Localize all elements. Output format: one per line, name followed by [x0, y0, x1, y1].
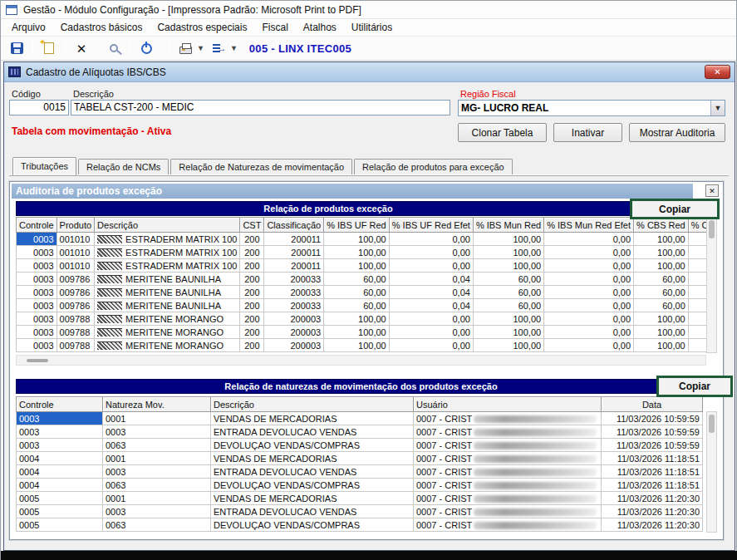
cell-natureza[interactable]: 0001: [103, 452, 211, 465]
column-header-controle[interactable]: Controle: [17, 397, 103, 412]
cell-usuario[interactable]: 0007 - CRIST: [414, 479, 602, 492]
cell-controle[interactable]: 0003: [17, 326, 57, 339]
cell-descricao[interactable]: ESTRADERM MATRIX 100: [95, 246, 240, 259]
cell-ibs_mun_red_efet[interactable]: 0,00: [544, 246, 634, 259]
cell-classificacao[interactable]: 200011: [264, 246, 324, 259]
cell-ibs_uf_red[interactable]: 60,00: [324, 286, 390, 299]
cell-cst[interactable]: 200: [240, 312, 264, 326]
column-header-usuario[interactable]: Usuário: [414, 397, 602, 412]
cell-produto[interactable]: 009786: [57, 286, 95, 299]
export-button[interactable]: [208, 38, 229, 58]
column-header-natureza[interactable]: Natureza Mov.: [103, 397, 211, 412]
cell-natureza[interactable]: 0003: [103, 425, 211, 439]
cell-classificacao[interactable]: 200033: [264, 273, 324, 286]
cell-cst[interactable]: 200: [240, 299, 264, 312]
cell-ibs_mun_red[interactable]: 100,00: [473, 233, 543, 246]
cell-controle[interactable]: 0003: [17, 246, 57, 259]
cell-data[interactable]: 11/03/2026 11:18:51: [602, 452, 703, 465]
cell-natureza[interactable]: 0003: [103, 505, 211, 518]
cell-controle[interactable]: 0004: [17, 465, 103, 479]
cell-descricao[interactable]: ESTRADERM MATRIX 100: [95, 233, 240, 246]
cell-descricao[interactable]: MERITENE BAUNILHA: [95, 286, 240, 299]
cell-classificacao[interactable]: 200003: [264, 312, 324, 326]
inativar-button[interactable]: Inativar: [553, 123, 622, 142]
cell-cbs_red[interactable]: 100,00: [634, 312, 689, 326]
descricao-field[interactable]: TABELA CST-200 - MEDIC: [71, 100, 450, 115]
cell-cst[interactable]: 200: [240, 326, 264, 339]
cell-ibs_mun_red_efet[interactable]: 0,00: [544, 286, 634, 299]
naturezas-copy-button[interactable]: Copiar: [656, 376, 733, 397]
cell-controle[interactable]: 0003: [17, 339, 57, 352]
cell-controle[interactable]: 0003: [17, 425, 103, 439]
column-header-cst[interactable]: CST: [240, 218, 264, 233]
save-button[interactable]: [6, 38, 27, 58]
search-button[interactable]: [103, 38, 125, 58]
products-copy-button[interactable]: Copiar: [630, 199, 720, 219]
column-header-cl[interactable]: % Cl: [688, 218, 706, 233]
cell-cst[interactable]: 200: [240, 246, 264, 259]
cell-ibs_mun_red[interactable]: 60,00: [473, 299, 543, 312]
cell-descricao[interactable]: VENDAS DE MERCADORIAS: [211, 452, 414, 465]
codigo-field[interactable]: 0015: [9, 100, 69, 115]
cell-cl[interactable]: [688, 312, 706, 326]
cell-cl[interactable]: [688, 273, 706, 286]
export-dropdown-caret[interactable]: ▼: [230, 44, 238, 52]
cell-usuario[interactable]: 0007 - CRIST: [414, 518, 602, 532]
cell-descricao[interactable]: MERITENE MORANGO: [95, 312, 240, 326]
cell-ibs_mun_red_efet[interactable]: 0,00: [544, 312, 634, 326]
column-header-classificacao[interactable]: Classificação: [264, 218, 324, 233]
cell-data[interactable]: 11/03/2026 10:59:59: [602, 439, 703, 452]
cell-controle[interactable]: 0003: [17, 312, 57, 326]
cell-descricao[interactable]: MERITENE MORANGO: [95, 326, 240, 339]
cell-usuario[interactable]: 0007 - CRIST: [414, 452, 602, 465]
cell-descricao[interactable]: DEVOLUÇAO VENDAS/COMPRAS: [211, 479, 414, 492]
cell-ibs_uf_red_efet[interactable]: 0,00: [389, 312, 473, 326]
delete-button[interactable]: ✕: [71, 38, 92, 58]
cell-data[interactable]: 11/03/2026 11:20:30: [602, 492, 703, 505]
cell-controle[interactable]: 0003: [17, 412, 103, 425]
menu-cadastros-especiais[interactable]: Cadastros especiais: [150, 20, 254, 35]
clonar-tabela-button[interactable]: Clonar Tabela: [458, 123, 547, 142]
naturezas-scrollbar-thumb[interactable]: [709, 415, 715, 433]
cell-data[interactable]: 11/03/2026 11:18:51: [602, 465, 703, 479]
cell-natureza[interactable]: 0001: [103, 412, 211, 425]
cell-ibs_uf_red[interactable]: 100,00: [324, 246, 390, 259]
cell-ibs_uf_red_efet[interactable]: 0,04: [389, 286, 473, 299]
cell-controle[interactable]: 0003: [17, 299, 57, 312]
cell-cl[interactable]: [688, 259, 706, 273]
cell-cst[interactable]: 200: [240, 273, 264, 286]
cell-ibs_mun_red[interactable]: 100,00: [473, 326, 543, 339]
cell-descricao[interactable]: ENTRADA DEVOLUCAO VENDAS: [211, 425, 414, 439]
cell-cst[interactable]: 200: [240, 259, 264, 273]
cell-data[interactable]: 11/03/2026 11:20:30: [602, 505, 703, 518]
cell-ibs_uf_red_efet[interactable]: 0,00: [389, 339, 473, 352]
cell-ibs_mun_red_efet[interactable]: 0,00: [544, 299, 634, 312]
cell-natureza[interactable]: 0063: [103, 479, 211, 492]
products-vertical-scrollbar[interactable]: [706, 217, 717, 353]
cell-classificacao[interactable]: 200003: [264, 339, 324, 352]
print-dropdown-caret[interactable]: ▼: [197, 44, 204, 52]
mostrar-auditoria-button[interactable]: Mostrar Auditoria: [629, 123, 725, 142]
cell-cbs_red[interactable]: 60,00: [634, 286, 689, 299]
cell-ibs_uf_red_efet[interactable]: 0,00: [389, 259, 473, 273]
cell-ibs_mun_red[interactable]: 100,00: [473, 312, 543, 326]
cell-ibs_uf_red_efet[interactable]: 0,00: [389, 326, 473, 339]
cell-cbs_red[interactable]: 60,00: [634, 299, 689, 312]
products-horizontal-scrollbar[interactable]: [16, 355, 706, 366]
column-header-ibs_uf_red[interactable]: % IBS UF Red: [324, 218, 390, 233]
cell-natureza[interactable]: 0063: [103, 518, 211, 532]
cell-usuario[interactable]: 0007 - CRIST: [414, 492, 602, 505]
cell-classificacao[interactable]: 200011: [264, 233, 324, 246]
cell-produto[interactable]: 009788: [57, 326, 95, 339]
cell-ibs_uf_red_efet[interactable]: 0,04: [389, 299, 473, 312]
cell-produto[interactable]: 009788: [57, 339, 95, 352]
cell-cbs_red[interactable]: 60,00: [634, 273, 689, 286]
cell-cl[interactable]: [688, 233, 706, 246]
cell-controle[interactable]: 0003: [17, 286, 57, 299]
tab-tributacoes[interactable]: Tributações: [12, 157, 76, 175]
cell-controle[interactable]: 0003: [17, 439, 103, 452]
cell-descricao[interactable]: ENTRADA DEVOLUCAO VENDAS: [211, 465, 414, 479]
column-header-produto[interactable]: Produto: [57, 218, 95, 233]
cell-descricao[interactable]: DEVOLUÇAO VENDAS/COMPRAS: [211, 518, 414, 532]
cell-classificacao[interactable]: 200033: [264, 299, 324, 312]
